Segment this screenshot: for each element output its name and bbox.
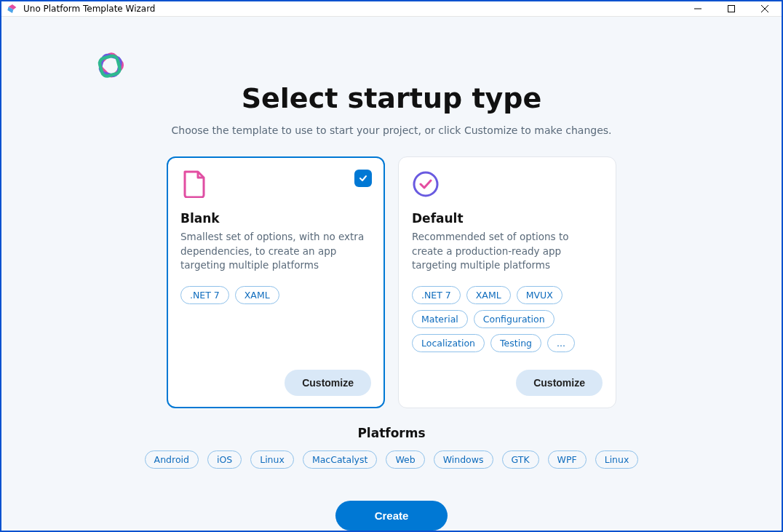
card-description: Recommended set of options to create a p…: [412, 230, 603, 273]
platform-tag: Linux: [250, 450, 294, 469]
platforms-list: Android iOS Linux MacCatalyst Web Window…: [145, 450, 639, 469]
app-icon: [6, 2, 19, 15]
tag: Localization: [412, 334, 485, 352]
tag: ...: [547, 334, 575, 352]
platform-tag: WPF: [548, 450, 587, 469]
svg-rect-0: [728, 6, 735, 12]
tag: XAML: [466, 286, 511, 304]
tag: Configuration: [474, 310, 555, 328]
card-title: Blank: [180, 211, 371, 226]
default-template-icon: [412, 170, 440, 198]
window-controls: [681, 1, 782, 16]
selected-check-icon: [354, 170, 372, 187]
card-tags: .NET 7 XAML: [180, 286, 371, 304]
maximize-button[interactable]: [715, 1, 748, 16]
blank-template-icon: [180, 170, 208, 198]
tag: .NET 7: [412, 286, 461, 304]
svg-rect-3: [98, 55, 121, 77]
page-subtitle: Choose the template to use to start your…: [171, 124, 611, 136]
template-card-default[interactable]: Default Recommended set of options to cr…: [398, 156, 616, 408]
wizard-window: Uno Platform Template Wizard Selec: [0, 0, 783, 532]
close-button[interactable]: [748, 1, 782, 16]
card-tags: .NET 7 XAML MVUX Material Configuration …: [412, 286, 603, 352]
customize-button[interactable]: Customize: [285, 370, 371, 396]
tag: .NET 7: [180, 286, 229, 304]
tag: MVUX: [517, 286, 563, 304]
tag: XAML: [235, 286, 279, 304]
platform-tag: Android: [145, 450, 199, 469]
platform-tag: Web: [386, 450, 424, 469]
card-description: Smallest set of options, with no extra d…: [180, 230, 371, 273]
page-title: Select startup type: [242, 82, 542, 114]
platform-tag: Linux: [595, 450, 639, 469]
card-title: Default: [412, 211, 603, 226]
uno-logo-icon: [92, 47, 131, 90]
platform-tag: iOS: [207, 450, 242, 469]
platforms-heading: Platforms: [357, 426, 425, 440]
svg-point-4: [414, 172, 437, 196]
template-card-blank[interactable]: Blank Smallest set of options, with no e…: [167, 156, 385, 408]
tag: Material: [412, 310, 468, 328]
template-cards: Blank Smallest set of options, with no e…: [167, 156, 616, 408]
platform-tag: MacCatalyst: [303, 450, 378, 469]
content-area: Select startup type Choose the template …: [1, 17, 782, 531]
minimize-button[interactable]: [681, 1, 715, 16]
platform-tag: Windows: [434, 450, 493, 469]
customize-button[interactable]: Customize: [516, 370, 603, 396]
window-title: Uno Platform Template Wizard: [23, 4, 681, 14]
create-button[interactable]: Create: [335, 501, 448, 531]
tag: Testing: [490, 334, 541, 352]
titlebar: Uno Platform Template Wizard: [1, 1, 782, 17]
platform-tag: GTK: [502, 450, 539, 469]
